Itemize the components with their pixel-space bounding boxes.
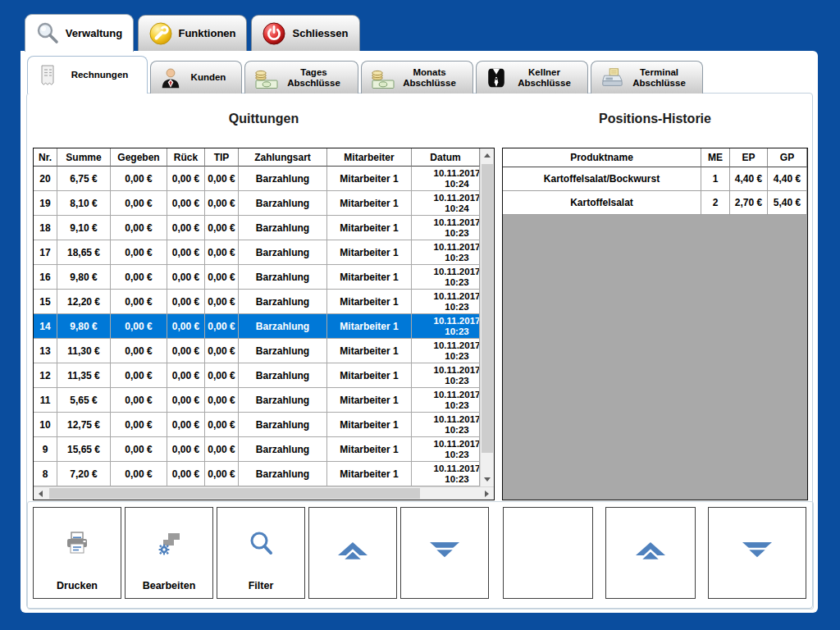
table-row[interactable]: 189,10 €0,00 €0,00 €0,00 €BarzahlungMita… (34, 216, 480, 240)
sub-tab-terminal-abschluesse[interactable]: TerminalAbschlüsse (591, 61, 703, 94)
table-cell: 0,00 € (111, 339, 167, 363)
table-row[interactable]: 1012,75 €0,00 €0,00 €0,00 €BarzahlungMit… (34, 413, 480, 437)
chevrons-up-icon (634, 541, 667, 564)
horizontal-scrollbar[interactable] (34, 486, 494, 500)
vertical-scroll-track[interactable] (481, 162, 494, 472)
sub-tab-kunden[interactable]: Kunden (150, 61, 242, 94)
table-cell: 0,00 € (167, 314, 205, 339)
table-cell: 16 (34, 265, 57, 290)
top-tab-schliessen[interactable]: Schliessen (251, 15, 360, 51)
customer-icon (159, 66, 182, 89)
sub-tab-kellner-abschluesse[interactable]: KellnerAbschlüsse (476, 61, 588, 94)
table-cell: 0,00 € (111, 290, 167, 314)
table-cell: 0,00 € (205, 437, 239, 462)
sub-tab-monats-abschluesse[interactable]: MonatsAbschlüsse (361, 61, 473, 94)
drucken-button[interactable]: Drucken (33, 507, 121, 599)
table-cell: 12,20 € (57, 290, 111, 314)
horizontal-scroll-thumb[interactable] (49, 488, 420, 499)
sub-tab-label: TerminalAbschlüsse (623, 67, 702, 89)
column-header: EP (730, 148, 768, 167)
table-cell-datum: 10.11.201710:24 (412, 191, 480, 216)
table-row[interactable]: 1718,65 €0,00 €0,00 €0,00 €BarzahlungMit… (34, 240, 480, 265)
table-cell: 2 (701, 191, 730, 215)
column-header: Rück (167, 148, 205, 167)
table-row[interactable]: 87,20 €0,00 €0,00 €0,00 €BarzahlungMitar… (34, 462, 480, 486)
table-row[interactable]: 1512,20 €0,00 €0,00 €0,00 €BarzahlungMit… (34, 290, 480, 314)
sub-tab-tages-abschluesse[interactable]: TagesAbschlüsse (244, 61, 358, 94)
bearbeiten-button[interactable]: Bearbeiten (125, 507, 213, 599)
table-cell: 5,65 € (57, 388, 111, 413)
table-cell: Barzahlung (239, 290, 327, 314)
table-cell: 0,00 € (205, 413, 239, 437)
column-header: Summe (57, 148, 111, 167)
sub-tab-label: TagesAbschlüsse (276, 67, 358, 89)
scroll-left-arrow[interactable] (34, 487, 48, 500)
table-row[interactable]: 115,65 €0,00 €0,00 €0,00 €BarzahlungMita… (34, 388, 480, 413)
table-cell-datum: 10.11.201710:23 (412, 462, 480, 486)
table-row[interactable]: Kartoffelsalat22,70 €5,40 € (503, 191, 807, 215)
printer-icon (63, 530, 91, 558)
column-header: Produktname (503, 148, 701, 167)
table-cell: 0,00 € (205, 314, 239, 339)
table-cell: Mitarbeiter 1 (327, 167, 412, 191)
sub-tab-label: Rechnungen (59, 70, 147, 80)
table-cell: 0,00 € (205, 216, 239, 240)
table-cell: 0,00 € (167, 339, 205, 363)
sub-tab-rechnungen[interactable]: Rechnungen (27, 56, 148, 94)
table-cell-datum: 10.11.201710:23 (412, 388, 480, 413)
table-cell: Mitarbeiter 1 (327, 339, 412, 363)
table-cell: 0,00 € (167, 363, 205, 388)
table-cell: 1 (701, 167, 730, 191)
table-cell: Mitarbeiter 1 (327, 413, 412, 437)
edit-icon (155, 530, 183, 558)
table-cell: 0,00 € (205, 462, 239, 486)
table-cell: 0,00 € (167, 462, 205, 486)
table-row[interactable]: 1311,30 €0,00 €0,00 €0,00 €BarzahlungMit… (34, 339, 480, 363)
magnifier-icon (35, 21, 60, 46)
filter-button[interactable]: Filter (217, 507, 305, 599)
positions-empty-button[interactable] (503, 507, 593, 599)
table-row[interactable]: 206,75 €0,00 €0,00 €0,00 €BarzahlungMita… (34, 167, 480, 191)
vertical-scrollbar[interactable] (480, 148, 494, 486)
table-row[interactable]: 915,65 €0,00 €0,00 €0,00 €BarzahlungMita… (34, 437, 480, 462)
chevrons-down-icon (428, 541, 461, 564)
top-tab-verwaltung[interactable]: Verwaltung (25, 14, 134, 52)
table-cell-datum: 10.11.201710:23 (412, 314, 480, 339)
table-cell: 11,30 € (57, 339, 111, 363)
table-row[interactable]: 149,80 €0,00 €0,00 €0,00 €BarzahlungMita… (34, 314, 480, 339)
column-header: Gegeben (111, 148, 167, 167)
table-cell: 9,80 € (57, 314, 111, 339)
positions-page-down-button[interactable] (708, 507, 806, 599)
table-cell: Kartoffelsalat/Bockwurst (503, 167, 701, 191)
table-cell: 18,65 € (57, 240, 111, 265)
positions-page-up-button[interactable] (605, 507, 696, 599)
scroll-up-arrow[interactable] (481, 148, 494, 162)
waiter-icon (485, 66, 508, 89)
main-tab-bar: VerwaltungFunktionenSchliessen (21, 14, 818, 52)
table-row[interactable]: 198,10 €0,00 €0,00 €0,00 €BarzahlungMita… (34, 191, 480, 216)
scroll-right-arrow[interactable] (480, 487, 494, 500)
vertical-scroll-thumb[interactable] (482, 164, 493, 453)
table-cell-datum: 10.11.201710:23 (412, 437, 480, 462)
page-up-button[interactable] (308, 507, 397, 599)
table-cell: 0,00 € (205, 388, 239, 413)
page-down-button[interactable] (400, 507, 489, 599)
button-label: Drucken (34, 580, 121, 591)
chevrons-down-icon (741, 541, 774, 564)
table-cell: 18 (34, 216, 57, 240)
horizontal-scroll-track[interactable] (48, 487, 480, 500)
table-row[interactable]: 1211,35 €0,00 €0,00 €0,00 €BarzahlungMit… (34, 363, 480, 388)
table-cell: 0,00 € (111, 363, 167, 388)
top-tab-funktionen[interactable]: Funktionen (138, 15, 247, 51)
table-cell: Barzahlung (239, 462, 327, 486)
table-cell-datum: 10.11.201710:23 (412, 240, 480, 265)
table-cell-datum: 10.11.201710:23 (412, 413, 480, 437)
table-row[interactable]: Kartoffelsalat/Bockwurst14,40 €4,40 € (503, 167, 807, 191)
scroll-down-arrow[interactable] (481, 472, 494, 486)
table-cell: 0,00 € (111, 191, 167, 216)
table-cell: 0,00 € (167, 216, 205, 240)
chevrons-up-icon (336, 541, 369, 564)
table-cell: 0,00 € (167, 290, 205, 314)
positions-table: ProduktnameMEEPGPKartoffelsalat/Bockwurs… (502, 148, 808, 500)
table-row[interactable]: 169,80 €0,00 €0,00 €0,00 €BarzahlungMita… (34, 265, 480, 290)
